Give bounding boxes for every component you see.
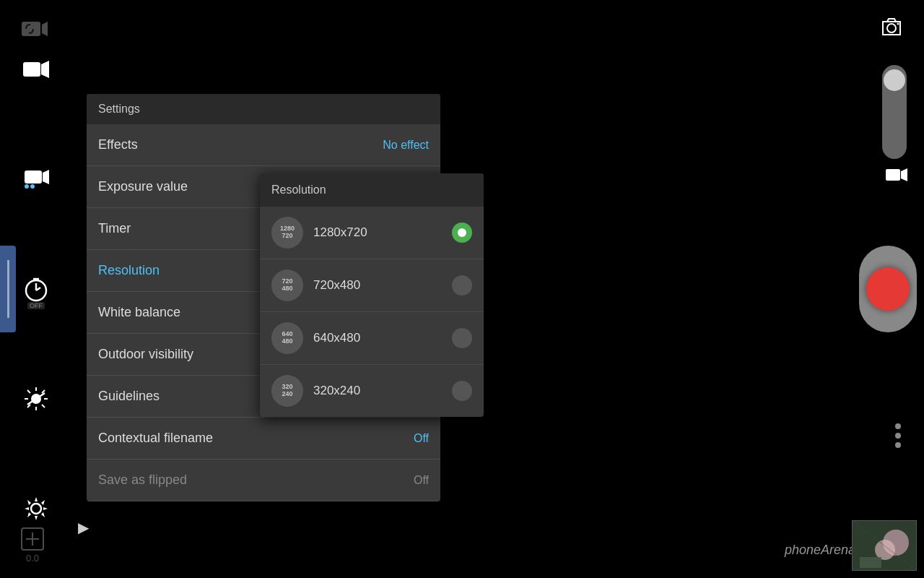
resolution-radio-1280x720[interactable] [452,223,472,243]
watermark: phoneArena [785,543,855,558]
svg-rect-30 [860,557,881,568]
effects-sidebar-icon[interactable] [14,158,58,201]
resolution-option-720x480[interactable]: 720480 720x480 [260,259,484,312]
effects-label: Effects [98,137,138,152]
zoom-slider[interactable] [882,65,907,159]
svg-point-8 [25,184,29,189]
settings-header: Settings [87,94,440,124]
exposure-label: Exposure value [98,179,188,194]
effects-value: No effect [383,139,429,152]
resolution-label: Resolution [98,263,160,278]
resolution-option-640x480[interactable]: 640480 640x480 [260,312,484,365]
guidelines-label: Guidelines [98,389,160,404]
exposure-sidebar-icon[interactable] [14,377,58,420]
contextual-filename-label: Contextual filename [98,431,213,446]
resolution-dropdown-header: Resolution [260,173,484,207]
svg-point-29 [875,540,895,560]
resolution-icon-320x240: 320240 [271,375,303,407]
zoom-slider-thumb[interactable] [884,69,905,91]
resolution-radio-720x480[interactable] [452,275,472,296]
svg-line-19 [27,390,30,393]
svg-point-3 [897,23,899,25]
outdoor-visibility-label: Outdoor visibility [98,347,193,362]
timer-label: Timer [98,221,131,236]
camera-switch-icon[interactable] [879,14,904,39]
record-button-area [859,246,917,332]
resolution-radio-320x240[interactable] [452,381,472,401]
save-as-flipped-label: Save as flipped [98,473,187,488]
video-mode-icon[interactable] [885,166,908,184]
svg-rect-25 [886,169,900,181]
svg-marker-7 [43,170,49,184]
exposure-bar[interactable] [0,246,16,332]
svg-rect-6 [25,171,42,184]
resolution-label-720x480: 720x480 [313,278,452,293]
contextual-filename-value: Off [414,432,429,445]
svg-marker-26 [901,168,907,181]
resolution-option-1280x720[interactable]: 1280720 1280x720 [260,207,484,259]
svg-line-20 [42,405,45,407]
svg-point-2 [887,24,896,33]
resolution-label-320x240: 320x240 [313,384,452,398]
last-capture-thumbnail[interactable] [852,520,917,571]
svg-point-9 [30,184,35,189]
resolution-icon-720x480: 720480 [271,269,303,301]
resolution-icon-640x480: 640480 [271,322,303,354]
svg-rect-4 [23,62,40,77]
record-button[interactable] [866,267,910,311]
dot-3 [895,442,901,448]
svg-marker-5 [41,61,49,78]
save-as-flipped-value: Off [414,474,429,487]
dot-1 [895,423,901,429]
settings-item-save-as-flipped[interactable]: Save as flipped Off [87,460,440,501]
settings-item-contextual-filename[interactable]: Contextual filename Off [87,418,440,460]
timer-sidebar-icon[interactable]: OFF [14,267,58,311]
video-camera-sidebar-icon[interactable] [14,48,58,91]
resolution-dropdown: Resolution 1280720 1280x720 720480 720x4… [260,173,484,417]
white-balance-label: White balance [98,305,180,320]
dot-2 [895,433,901,439]
resolution-label-640x480: 640x480 [313,331,452,345]
collapse-arrow[interactable]: ▶ [78,519,89,536]
resolution-radio-640x480[interactable] [452,328,472,348]
resolution-icon-1280x720: 1280720 [271,217,303,249]
settings-sidebar-icon[interactable] [14,487,58,530]
navigation-dots [895,423,901,448]
svg-point-24 [31,504,41,514]
resolution-label-1280x720: 1280x720 [313,225,452,240]
settings-item-effects[interactable]: Effects No effect [87,124,440,166]
resolution-option-320x240[interactable]: 320240 320x240 [260,365,484,417]
